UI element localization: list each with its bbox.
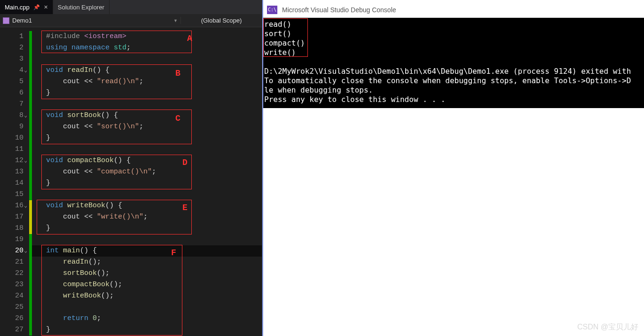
fold-icon[interactable]: ⌄ (24, 65, 31, 76)
code-line[interactable]: void readIn() {⌄ (32, 65, 262, 76)
code-line[interactable]: } (32, 223, 262, 234)
line-number: 14 (0, 178, 29, 189)
code-line[interactable]: } (32, 324, 262, 336)
tab-bar: Main.cpp 📌 ✕ Solution Explorer (0, 0, 262, 14)
code-line[interactable]: void compactBook() {⌄ (32, 155, 262, 166)
tab-main-cpp[interactable]: Main.cpp 📌 ✕ (0, 0, 53, 14)
editor-pane: Main.cpp 📌 ✕ Solution Explorer Demo1 ▼ (… (0, 0, 262, 336)
line-number: 23 (0, 279, 29, 290)
close-icon[interactable]: ✕ (44, 4, 48, 10)
code-line[interactable]: } (32, 178, 262, 189)
line-number: 19 (0, 234, 29, 245)
line-number: 27 (0, 324, 29, 336)
code-line[interactable]: cout << "sort()\n"; (32, 121, 262, 133)
code-line[interactable] (32, 144, 262, 155)
console-output-highlight (263, 18, 308, 57)
line-number: 7 (0, 99, 29, 110)
global-scope-dropdown[interactable]: (Global Scope) (181, 17, 262, 24)
line-number: 15 (0, 189, 29, 200)
code-line[interactable] (32, 99, 262, 110)
code-line[interactable]: cout << "compact()\n"; (32, 166, 262, 178)
console-app-icon: C:\ (267, 6, 277, 14)
line-number: 18 (0, 223, 29, 234)
code-line[interactable]: readIn(); (32, 257, 262, 268)
fold-icon[interactable]: ⌄ (24, 155, 31, 166)
watermark: CSDN @宝贝儿好 (577, 322, 638, 332)
console-title-bar[interactable]: C:\ Microsoft Visual Studio Debug Consol… (263, 0, 644, 18)
code-line[interactable]: } (32, 87, 262, 99)
line-number: 3 (0, 54, 29, 65)
console-pane: C:\ Microsoft Visual Studio Debug Consol… (262, 0, 644, 336)
code-line[interactable]: void sortBook() {⌄ (32, 110, 262, 121)
project-name: Demo1 (12, 17, 32, 24)
code-line[interactable]: compactBook(); (32, 279, 262, 290)
fold-icon[interactable]: ⌄ (24, 245, 31, 257)
code-line[interactable]: #include <iostream> (32, 31, 262, 42)
line-number: 6 (0, 87, 29, 99)
annotation-label-e: E (182, 203, 188, 212)
code-area[interactable]: 1234567891011121314151617181920212223242… (0, 27, 262, 336)
fold-icon[interactable]: ⌄ (24, 110, 31, 121)
line-number: 11 (0, 144, 29, 155)
line-number: 1 (0, 31, 29, 42)
line-number: 13 (0, 166, 29, 178)
fold-icon[interactable]: ⌄ (24, 200, 31, 211)
code-line[interactable]: writeBook(); (32, 290, 262, 302)
scope-label: (Global Scope) (201, 17, 242, 24)
annotation-label-a: A (187, 34, 192, 43)
tab-label: Main.cpp (5, 4, 30, 11)
annotation-label-f: F (171, 248, 176, 258)
line-number: 5 (0, 76, 29, 87)
code-line[interactable]: } (32, 133, 262, 144)
code-line[interactable]: void writeBook() {⌄ (32, 200, 262, 211)
line-number: 9 (0, 121, 29, 133)
chevron-down-icon: ▼ (173, 18, 178, 23)
pin-icon[interactable]: 📌 (33, 4, 40, 10)
code-line[interactable]: sortBook(); (32, 268, 262, 279)
console-title: Microsoft Visual Studio Debug Console (282, 6, 396, 14)
tab-solution-explorer[interactable]: Solution Explorer (53, 0, 110, 14)
console-output[interactable]: read() sort() compact() write() D:\2MyWr… (263, 18, 644, 108)
code-line[interactable] (32, 54, 262, 65)
annotation-label-c: C (175, 114, 181, 123)
console-content: read() sort() compact() write() D:\2MyWr… (263, 18, 644, 336)
code-line[interactable] (32, 302, 262, 313)
annotation-label-b: B (175, 69, 181, 78)
project-icon (3, 17, 9, 24)
line-number: 21 (0, 257, 29, 268)
code-line[interactable]: cout << "write()\n"; (32, 211, 262, 223)
tab-label: Solution Explorer (58, 4, 104, 11)
annotation-label-d: D (182, 158, 188, 167)
code-body[interactable]: #include <iostream>using namespace std;v… (32, 27, 262, 336)
code-line[interactable]: using namespace std; (32, 42, 262, 54)
code-line[interactable]: return 0; (32, 313, 262, 324)
scope-bar: Demo1 ▼ (Global Scope) (0, 14, 262, 27)
code-line[interactable] (32, 234, 262, 245)
line-number: 24 (0, 290, 29, 302)
project-scope-dropdown[interactable]: Demo1 ▼ (0, 17, 181, 24)
line-number: 17 (0, 211, 29, 223)
line-number: 2 (0, 42, 29, 54)
line-number: 10 (0, 133, 29, 144)
code-line[interactable] (32, 189, 262, 200)
code-line[interactable]: cout << "read()\n"; (32, 76, 262, 87)
line-number: 22 (0, 268, 29, 279)
line-number: 25 (0, 302, 29, 313)
code-line[interactable]: int main() {⌄ (32, 245, 262, 257)
line-number: 26 (0, 313, 29, 324)
